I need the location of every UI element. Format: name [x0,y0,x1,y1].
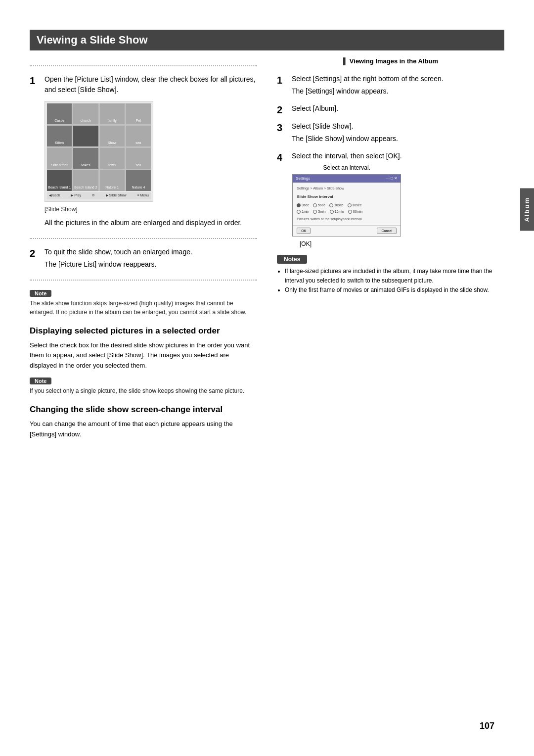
separator-2 [30,238,257,239]
screenshot-thumb: Side street [47,148,72,169]
right-step-4-text: Select the interval, then select [OK]. [292,151,402,161]
subsection-1-body: Select the check box for the desired sli… [30,340,257,371]
radio-10sec-dot [329,203,333,207]
step-1-content: Open the [Picture List] window, clear th… [44,74,257,230]
radio-3sec-label: 3sec [302,202,309,208]
screenshot-thumb: Nature 4 [126,170,151,191]
dialog-footer: OK Cancel [293,225,400,236]
right-step-3: 3 Select [Slide Show]. The [Slide Show] … [277,121,504,146]
screenshot-caption: [Slide Show] [44,205,257,214]
note-text-1: The slide show function skips large-size… [30,299,257,317]
right-step-2-text: Select [Album]. [292,103,338,114]
dialog-radio-row-2: 1min 5min 15min [297,209,397,214]
page: Album 107 Viewing a Slide Show 1 Open th… [0,0,534,756]
album-tab: Album [520,188,534,231]
dialog-title: Settings [296,176,310,182]
right-step-4-content: Select the interval, then select [OK]. S… [292,151,402,248]
dialog-note-text: Pictures switch at the set/playback inte… [297,216,397,222]
ok-caption: [OK] [300,239,402,248]
screenshot-thumb: Kitten [47,126,72,146]
radio-15min-dot [330,210,334,214]
radio-5sec-label: 5sec [318,202,325,208]
step-1-body: All the pictures in the album are enlarg… [44,218,257,228]
notes-box: Notes If large-sized pictures are includ… [277,254,504,295]
step-2: 2 To quit the slide show, touch an enlar… [30,247,257,272]
right-section-header: Viewing Images in the Album [277,57,504,67]
right-step-1-number: 1 [277,74,288,87]
radio-1min-label: 1min [302,209,309,214]
screenshot-thumb: church [73,103,98,124]
radio-60min-dot [348,210,352,214]
note-box-2: Note If you select only a single picture… [30,376,257,395]
step-2-number: 2 [30,247,41,260]
radio-10sec-label: 10sec [334,202,344,208]
separator-1 [30,65,257,66]
step-2-content: To quit the slide show, touch an enlarge… [44,247,192,272]
screenshot-box: CastlechurchfamilyPetKittenShowseaSide s… [44,101,153,202]
notes-list: If large-sized pictures are included in … [277,267,504,295]
radio-15min-label: 15min [335,209,344,214]
right-step-2-number: 2 [277,103,288,116]
right-step-1-body: The [Settings] window appears. [292,86,444,96]
note-label-2: Note [30,378,51,384]
step-2-text: To quit the slide show, touch an enlarge… [44,247,192,257]
right-step-3-content: Select [Slide Show]. The [Slide Show] wi… [292,121,398,146]
right-step-1-text: Select [Settings] at the right bottom of… [292,74,444,84]
right-column: Viewing Images in the Album 1 Select [Se… [277,57,504,445]
select-interval-caption: Select an interval. [292,163,402,172]
screenshot-thumb: sea [126,148,151,169]
screenshot-thumb: sea [126,126,151,146]
right-step-2: 2 Select [Album]. [277,103,504,116]
right-step-3-text: Select [Slide Show]. [292,121,398,132]
step-1: 1 Open the [Picture List] window, clear … [30,74,257,230]
right-step-3-body: The [Slide Show] window appears. [292,134,398,144]
note-list-item: Only the first frame of movies or animat… [285,285,504,295]
right-step-1-content: Select [Settings] at the right bottom of… [292,74,444,98]
screenshot-thumb: Castle [47,103,72,124]
settings-dialog: Settings — □ ✕ Settings > Album > Slide … [292,174,401,236]
note-text-2: If you select only a single picture, the… [30,386,257,395]
radio-3sec-dot [297,203,301,207]
right-step-4: 4 Select the interval, then select [OK].… [277,151,504,248]
screenshot-grid: CastlechurchfamilyPetKittenShowseaSide s… [47,103,151,191]
note-label-1: Note [30,290,51,297]
separator-3 [30,280,257,281]
step-1-text: Open the [Picture List] window, clear th… [44,74,257,95]
radio-30sec-dot [348,203,352,207]
radio-1min-dot [297,210,301,214]
subsection-2-body: You can change the amount of time that e… [30,419,257,440]
note-box-1: Note The slide show function skips large… [30,288,257,317]
subsection-2-title: Changing the slide show screen-change in… [30,404,257,415]
step-2-body: The [Picture List] window reappears. [44,259,192,270]
dialog-body: Settings > Album > Slide Show Slide Show… [293,183,400,225]
columns: 1 Open the [Picture List] window, clear … [30,57,504,445]
screenshot-toolbar: ◀ Back ▶ Play ⟳ ▶ Slide Show ≡ Menu [47,192,151,199]
radio-30sec-label: 30sec [353,202,362,208]
notes-label: Notes [277,255,307,264]
dialog-controls: — □ ✕ [386,176,398,182]
screenshot-thumb: Beach Island 2 [73,170,98,191]
dialog-radio-row-1: 3sec 5sec 10sec [297,202,397,208]
dialog-titlebar: Settings — □ ✕ [293,175,400,183]
step-1-number: 1 [30,74,41,87]
screenshot-thumb: Show [100,126,125,146]
dialog-ok-button[interactable]: OK [297,228,311,234]
radio-5min-dot [313,210,317,214]
right-step-3-number: 3 [277,121,288,134]
right-step-2-content: Select [Album]. [292,103,338,116]
dialog-cancel-button[interactable]: Cancel [377,228,397,234]
radio-5sec-dot [313,203,317,207]
radio-60min-label: 60min [353,209,362,214]
right-step-1: 1 Select [Settings] at the right bottom … [277,74,504,98]
dialog-section-title: Slide Show interval [297,194,397,200]
dialog-nav: Settings > Album > Slide Show [297,186,397,191]
page-number: 107 [480,721,494,731]
note-list-item: If large-sized pictures are included in … [285,267,504,285]
screenshot-thumb: Beach Island 1 [47,170,72,191]
section-title: Viewing a Slide Show [30,30,504,50]
screenshot-thumb: family [100,103,125,124]
subsection-1-title: Displaying selected pictures in a select… [30,326,257,336]
right-step-4-number: 4 [277,151,288,164]
screenshot-thumb [73,126,98,146]
screenshot-thumb: Nature 1 [100,170,125,191]
